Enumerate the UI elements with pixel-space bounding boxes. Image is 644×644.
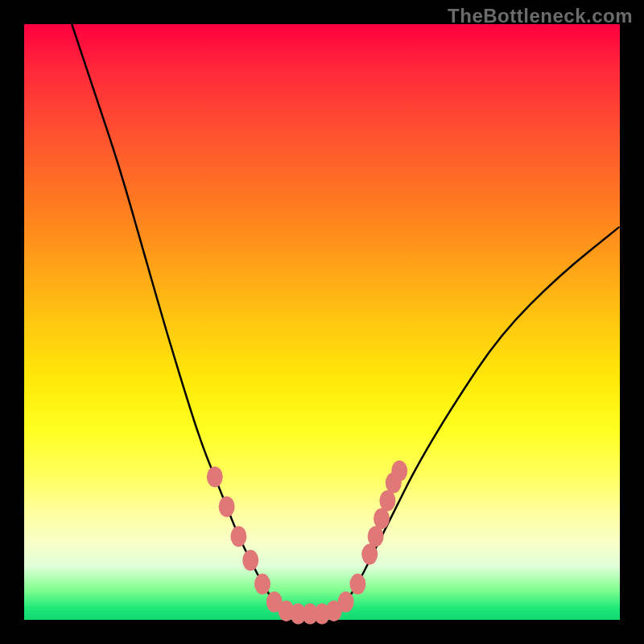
data-marker [207,466,223,487]
bottleneck-curve [72,24,620,614]
data-marker [242,550,258,571]
data-marker [219,496,235,517]
plot-area [24,24,620,620]
data-marker [374,508,390,529]
data-marker [254,574,270,595]
data-marker [338,592,354,613]
curve-markers [207,460,407,625]
data-marker [368,526,384,547]
chart-stage: TheBottleneck.com [0,0,644,644]
data-marker [361,544,378,565]
data-marker [349,574,365,595]
data-marker [230,526,246,547]
curve-svg [24,24,620,620]
data-marker [391,460,407,481]
data-marker [379,490,395,511]
